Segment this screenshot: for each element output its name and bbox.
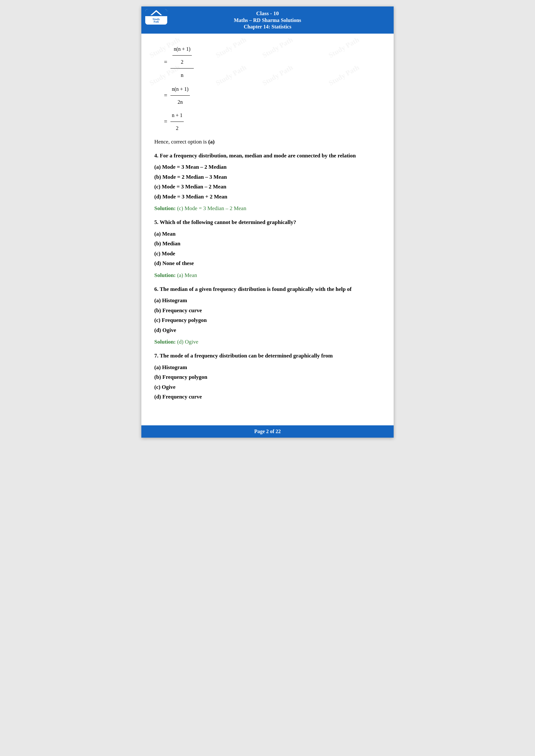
question-5: 5. Which of the following cannot be dete… [154, 218, 381, 227]
frac-num-1: n(n + 1) [172, 43, 192, 56]
frac-den-1: 2 [180, 56, 185, 68]
q4-option-b: (b) Mode = 2 Median – 3 Mean [154, 173, 381, 181]
q7-text: The mode of a frequency distribution can… [158, 353, 333, 359]
frac-den-2: 2n [176, 96, 184, 108]
math-block: = n(n + 1) 2 n = n(n + 1) 2n [164, 43, 381, 134]
hence-answer: (a) [208, 139, 215, 145]
q7-option-a: (a) Histogram [154, 363, 381, 372]
math-step2: = n(n + 1) 2n [164, 83, 381, 108]
q7-option-b: (b) Frequency polygon [154, 373, 381, 381]
question-7: 7. The mode of a frequency distribution … [154, 352, 381, 360]
q6-solution-text: (d) Ogive [176, 339, 198, 345]
page-header: Study Path Class - 10 Maths – RD Sharma … [141, 7, 394, 34]
frac-num-2: n(n + 1) [170, 83, 190, 96]
q5-option-b: (b) Median [154, 239, 381, 248]
q5-option-a: (a) Mean [154, 230, 381, 238]
question-4: 4. For a frequency distribution, mean, m… [154, 151, 381, 160]
frac-den-outer-1: n [179, 68, 186, 81]
logo-text2: Path [154, 21, 159, 23]
equals-2: = [164, 89, 167, 102]
q5-option-d: (d) None of these [154, 259, 381, 268]
equals-1: = [164, 56, 167, 69]
header-subject: Maths – RD Sharma Solutions [148, 17, 387, 23]
header-chapter: Chapter 14: Statistics [148, 24, 387, 30]
nested-frac-1: n(n + 1) 2 n [170, 43, 194, 81]
q6-number: 6. [154, 286, 158, 292]
hence-text-part: Hence, correct option is [154, 139, 208, 145]
q6-option-b: (b) Frequency curve [154, 307, 381, 315]
q5-text: Which of the following cannot be determi… [158, 219, 296, 225]
q7-option-c: (c) Ogive [154, 383, 381, 392]
frac-den-3: 2 [175, 122, 180, 134]
q4-solution-text: (c) Mode = 3 Median – 2 Mean [176, 205, 246, 211]
q6-solution-label: Solution: [154, 339, 176, 345]
logo: Study Path [145, 9, 168, 25]
hence-statement: Hence, correct option is (a) [154, 139, 381, 145]
q6-option-a: (a) Histogram [154, 296, 381, 305]
q7-option-d: (d) Frequency curve [154, 393, 381, 401]
q4-option-d: (d) Mode = 3 Median + 2 Mean [154, 193, 381, 201]
q5-option-c: (c) Mode [154, 250, 381, 258]
q4-option-a: (a) Mode = 3 Mean – 2 Median [154, 163, 381, 171]
q5-solution-text: (a) Mean [176, 272, 197, 278]
q5-number: 5. [154, 219, 158, 225]
frac-2: n(n + 1) 2n [170, 83, 190, 108]
q6-text: The median of a given frequency distribu… [158, 286, 352, 292]
q4-text: For a frequency distribution, mean, medi… [158, 152, 356, 159]
q5-solution-label: Solution: [154, 272, 176, 278]
q4-option-c: (c) Mode = 3 Median – 2 Mean [154, 183, 381, 191]
frac-3: n + 1 2 [170, 110, 184, 134]
q4-solution: Solution: (c) Mode = 3 Median – 2 Mean [154, 205, 381, 212]
q4-number: 4. [154, 152, 158, 159]
q6-solution: Solution: (d) Ogive [154, 339, 381, 345]
header-class: Class - 10 [148, 10, 387, 17]
page: Study Path Class - 10 Maths – RD Sharma … [141, 7, 394, 438]
main-content: Study Path Study Path Study Path Study P… [141, 34, 394, 422]
page-footer: Page 2 of 22 [141, 425, 394, 438]
math-step1: = n(n + 1) 2 n [164, 43, 381, 81]
q6-option-d: (d) Ogive [154, 326, 381, 335]
q7-number: 7. [154, 353, 158, 359]
q6-option-c: (c) Frequency polygon [154, 316, 381, 325]
q5-solution: Solution: (a) Mean [154, 272, 381, 279]
equals-3: = [164, 115, 167, 128]
page-number: Page 2 of 22 [254, 429, 281, 434]
frac-num-3: n + 1 [170, 110, 184, 122]
question-6: 6. The median of a given frequency distr… [154, 285, 381, 293]
q4-solution-label: Solution: [154, 205, 176, 211]
math-step3: = n + 1 2 [164, 110, 381, 134]
